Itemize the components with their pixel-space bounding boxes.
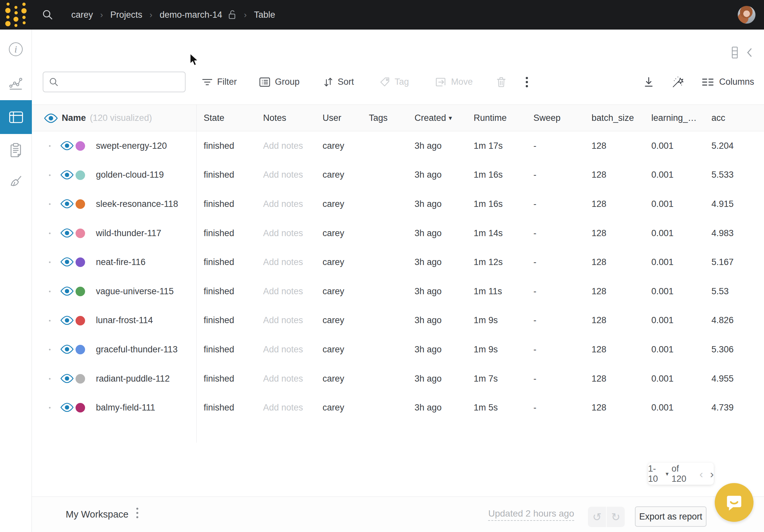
workspace-selector[interactable]: My Workspace xyxy=(66,497,128,532)
run-name-link[interactable]: lunar-frost-114 xyxy=(96,306,153,335)
cell-created: 3h ago xyxy=(415,277,442,306)
drag-handle[interactable] xyxy=(49,291,51,292)
cell-notes[interactable]: Add notes xyxy=(263,393,303,422)
export-csv-button[interactable] xyxy=(644,77,654,88)
cell-notes[interactable]: Add notes xyxy=(263,161,303,190)
group-button[interactable]: Group xyxy=(259,77,299,87)
run-name-link[interactable]: vague-universe-115 xyxy=(96,277,174,306)
help-chat-button[interactable] xyxy=(715,483,753,522)
breadcrumb-table[interactable]: Table xyxy=(254,10,275,20)
magic-wand-button[interactable] xyxy=(672,76,684,89)
cell-batch-size: 128 xyxy=(592,364,606,393)
column-header-batch-size[interactable]: batch_size xyxy=(592,105,634,131)
run-name-link[interactable]: graceful-thunder-113 xyxy=(96,335,178,364)
drag-handle[interactable] xyxy=(49,320,51,321)
cell-notes[interactable]: Add notes xyxy=(263,190,303,219)
panel-layout-icon[interactable] xyxy=(732,47,738,59)
cell-created: 3h ago xyxy=(415,131,442,161)
visualize-eye-icon[interactable] xyxy=(60,403,74,414)
cell-notes[interactable]: Add notes xyxy=(263,335,303,364)
visualize-all-eye-icon[interactable] xyxy=(44,113,58,124)
sidebar-item-overview[interactable]: i xyxy=(0,33,32,66)
visualize-eye-icon[interactable] xyxy=(60,141,74,152)
filter-button[interactable]: Filter xyxy=(202,77,237,87)
cell-notes[interactable]: Add notes xyxy=(263,219,303,248)
visualize-eye-icon[interactable] xyxy=(60,344,74,355)
download-icon xyxy=(644,77,654,88)
drag-handle[interactable] xyxy=(49,233,51,234)
breadcrumb-projects[interactable]: Projects xyxy=(110,10,142,20)
cell-notes[interactable]: Add notes xyxy=(263,364,303,393)
cell-notes[interactable]: Add notes xyxy=(263,277,303,306)
global-search-icon[interactable] xyxy=(38,5,58,25)
drag-handle[interactable] xyxy=(49,145,51,147)
visualize-eye-icon[interactable] xyxy=(60,257,74,268)
run-name-link[interactable]: golden-cloud-119 xyxy=(96,161,164,190)
drag-handle[interactable] xyxy=(49,203,51,205)
columns-button[interactable]: Columns xyxy=(702,77,754,87)
cell-notes[interactable]: Add notes xyxy=(263,248,303,277)
breadcrumb-project-name[interactable]: demo-march-14 xyxy=(160,10,222,20)
tag-button[interactable]: Tag xyxy=(380,77,409,88)
column-header-notes[interactable]: Notes xyxy=(263,105,286,131)
visualize-eye-icon[interactable] xyxy=(60,286,74,297)
run-name-link[interactable]: sleek-resonance-118 xyxy=(96,190,178,219)
column-header-created[interactable]: Created▾ xyxy=(415,105,452,131)
cell-user: carey xyxy=(322,131,344,161)
breadcrumb-separator: › xyxy=(100,10,103,20)
delete-button[interactable] xyxy=(496,77,506,88)
cell-batch-size: 128 xyxy=(592,131,606,161)
run-name-link[interactable]: wild-thunder-117 xyxy=(96,219,161,248)
sort-button[interactable]: Sort xyxy=(323,77,354,88)
last-updated[interactable]: Updated 2 hours ago xyxy=(488,497,574,532)
visualize-eye-icon[interactable] xyxy=(60,228,74,239)
cell-notes[interactable]: Add notes xyxy=(263,131,303,161)
column-header-runtime[interactable]: Runtime xyxy=(474,105,507,131)
collapse-panel-icon[interactable] xyxy=(746,48,753,58)
table-row: wild-thunder-117finishedAdd notescarey3h… xyxy=(32,219,764,248)
more-actions-button[interactable] xyxy=(525,77,528,88)
drag-handle[interactable] xyxy=(49,378,51,380)
table-row: graceful-thunder-113finishedAdd notescar… xyxy=(32,335,764,364)
user-avatar[interactable] xyxy=(738,6,755,24)
run-name-link[interactable]: swept-energy-120 xyxy=(96,131,167,161)
workspace-menu-kebab-icon[interactable] xyxy=(136,508,138,518)
export-as-report-button[interactable]: Export as report xyxy=(635,506,706,527)
run-name-link[interactable]: balmy-field-111 xyxy=(96,393,155,422)
column-header-state[interactable]: State xyxy=(204,105,224,131)
drag-handle[interactable] xyxy=(49,262,51,263)
column-header-learning-[interactable]: learning_… xyxy=(651,105,697,131)
sidebar-item-notes[interactable] xyxy=(0,134,32,167)
cell-created: 3h ago xyxy=(415,393,442,422)
move-button[interactable]: Move xyxy=(435,77,473,87)
page-size-caret-icon[interactable]: ▾ xyxy=(666,470,668,477)
drag-handle[interactable] xyxy=(49,349,51,350)
column-header-tags[interactable]: Tags xyxy=(369,105,388,131)
sidebar-item-sweeps[interactable] xyxy=(0,165,32,198)
visualize-eye-icon[interactable] xyxy=(60,170,74,181)
column-header-name[interactable]: Name (120 visualized) xyxy=(62,105,152,131)
column-header-acc[interactable]: acc xyxy=(711,105,725,131)
run-name-link[interactable]: radiant-puddle-112 xyxy=(96,364,170,393)
page-range[interactable]: 1-10 xyxy=(648,464,663,484)
redo-button[interactable]: ↻ xyxy=(607,507,625,527)
cell-created: 3h ago xyxy=(415,306,442,335)
breadcrumb-entity[interactable]: carey xyxy=(71,10,93,20)
undo-button[interactable]: ↺ xyxy=(588,507,607,527)
visualize-eye-icon[interactable] xyxy=(60,199,74,210)
column-header-user[interactable]: User xyxy=(322,105,341,131)
visualize-eye-icon[interactable] xyxy=(60,374,74,385)
sidebar-item-runs-table[interactable] xyxy=(0,100,32,134)
runs-search-box[interactable] xyxy=(43,72,186,92)
column-header-sweep[interactable]: Sweep xyxy=(533,105,561,131)
visualize-eye-icon[interactable] xyxy=(60,316,74,326)
sidebar-item-charts[interactable] xyxy=(0,66,32,99)
drag-handle[interactable] xyxy=(49,174,51,176)
runs-search-input[interactable] xyxy=(63,77,181,87)
run-color-dot xyxy=(76,316,85,325)
wandb-logo[interactable] xyxy=(0,0,32,30)
drag-handle[interactable] xyxy=(49,407,51,409)
cell-notes[interactable]: Add notes xyxy=(263,306,303,335)
run-name-link[interactable]: neat-fire-116 xyxy=(96,248,145,277)
broom-icon xyxy=(8,174,23,189)
